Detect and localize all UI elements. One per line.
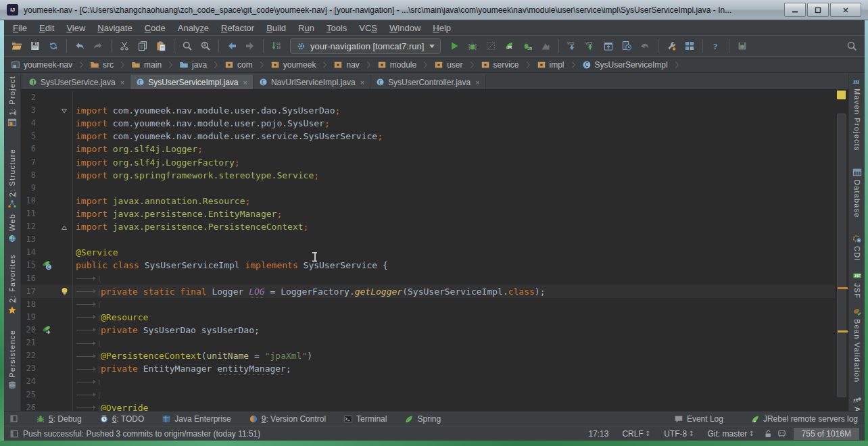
gutter-icon-area[interactable]: C (37, 259, 56, 272)
menu-tools[interactable]: Tools (320, 23, 353, 33)
cut-button[interactable] (116, 38, 133, 54)
open-folder-button[interactable] (8, 38, 26, 54)
breadcrumb-item-youmeek[interactable]: youmeek (269, 60, 318, 70)
code-line-26[interactable]: 26@Override (21, 401, 835, 411)
find-button[interactable] (178, 38, 196, 54)
menu-refactor[interactable]: Refactor (215, 23, 260, 33)
editor-scrollbar[interactable] (837, 114, 846, 397)
code-line-20[interactable]: 20private SysUserDao sysUserDao; (21, 324, 835, 337)
toolwindow-button-cdi[interactable]: CDI (849, 234, 865, 262)
code-line-21[interactable]: 21 (21, 337, 835, 349)
toolwindow-button--version-control[interactable]: 9: Version Control (249, 414, 326, 424)
toolwindow-button-jrebel-remote-servers-log[interactable]: JRebel remote servers log (750, 414, 858, 424)
menu-window[interactable]: Window (383, 23, 427, 33)
error-stripe[interactable] (835, 89, 848, 411)
toolwindow-button-jsf[interactable]: JSFJSF (849, 271, 865, 299)
readonly-lock-button[interactable] (763, 429, 773, 439)
run-configuration-select[interactable]: your-navigation [tomcat7:run] (290, 38, 441, 54)
code-line-12[interactable]: 12import javax.persistence.PersistenceCo… (21, 220, 835, 233)
breadcrumb-item-user[interactable]: user (433, 60, 464, 70)
editor-tab-sysuserservice-java[interactable]: ISysUserService.java× (23, 74, 130, 89)
menu-edit[interactable]: Edit (33, 23, 60, 33)
breadcrumb-item-src[interactable]: src (89, 60, 115, 70)
menu-file[interactable]: File (7, 23, 33, 33)
fold-marker[interactable] (56, 220, 72, 233)
toolwindow-button--todo[interactable]: 6: TODO (99, 414, 145, 424)
code-line-6[interactable]: 6import org.slf4j.Logger; (21, 143, 835, 155)
toolwindow-button--debug[interactable]: 5: Debug (36, 414, 82, 424)
toolwindow-button-event-log[interactable]: Event Log (674, 414, 723, 424)
caret-position[interactable]: 17:13 (583, 429, 613, 439)
encoding-select[interactable]: UTF-8↕ (659, 429, 698, 439)
line-numbers-button[interactable]: 0110 (268, 38, 285, 54)
code-line-4[interactable]: 4import com.youmeek.nav.module.user.pojo… (21, 117, 835, 130)
replace-button[interactable]: A (197, 38, 214, 54)
warning-stripe-mark[interactable] (838, 287, 848, 289)
toolwindow-button-terminal[interactable]: Terminal (343, 414, 387, 424)
breadcrumb-item-com[interactable]: com (223, 60, 254, 70)
menu-navigate[interactable]: Navigate (91, 23, 138, 33)
redo-button[interactable] (89, 38, 107, 54)
tab-close-icon[interactable]: × (475, 78, 479, 86)
code-line-10[interactable]: 10import javax.annotation.Resource; (21, 195, 835, 207)
tab-close-icon[interactable]: × (360, 78, 364, 86)
history-button[interactable] (618, 38, 635, 54)
revert-button[interactable] (636, 38, 654, 54)
breadcrumb-item-java[interactable]: java (178, 60, 208, 70)
code-line-11[interactable]: 11import javax.persistence.EntityManager… (21, 207, 835, 220)
jrebel-sync-button[interactable] (733, 38, 751, 54)
code-line-13[interactable]: 13 (21, 233, 835, 246)
forward-button[interactable] (241, 38, 259, 54)
toolwindow-button-database[interactable]: Database (849, 168, 865, 218)
line-separator-select[interactable]: CRLF↕ (617, 429, 655, 439)
settings-wrench-button[interactable] (662, 38, 680, 54)
toolwindow-button-bean-validation[interactable]: Bean Validation (849, 307, 865, 382)
jrebel-debug-button[interactable]: JR (519, 38, 536, 54)
code-line-7[interactable]: 7import org.slf4j.LoggerFactory; (21, 156, 835, 169)
undo-button[interactable] (71, 38, 89, 54)
menu-analyze[interactable]: Analyze (172, 23, 215, 33)
code-line-25[interactable]: 25 (21, 389, 835, 401)
code-line-8[interactable]: 8import org.springframework.stereotype.S… (21, 169, 835, 182)
vcs-commit-button[interactable]: VCS (581, 38, 599, 54)
run-button[interactable] (445, 38, 463, 54)
editor-lines[interactable]: 23import com.youmeek.nav.module.user.dao… (21, 91, 835, 411)
code-line-3[interactable]: 3import com.youmeek.nav.module.user.dao.… (21, 104, 835, 117)
code-line-15[interactable]: 15Cpublic class SysUserServiceImpl imple… (21, 259, 835, 272)
save-button[interactable] (26, 38, 44, 54)
toolwindow-button-spring[interactable]: Spring (404, 414, 441, 424)
code-line-23[interactable]: 23private EntityManager entityManager; (21, 362, 835, 375)
code-line-14[interactable]: 14@Service (21, 246, 835, 259)
menu-vcs[interactable]: VCS (353, 23, 383, 33)
inspection-status-square[interactable] (837, 91, 846, 99)
memory-indicator[interactable]: 755 of 1016M (794, 428, 859, 440)
breadcrumb-item-module[interactable]: module (376, 60, 418, 70)
toolwindow-button-java-enterprise[interactable]: Java Enterprise (162, 414, 231, 424)
close-button[interactable] (830, 3, 861, 17)
toolwindow-button-maven-projects[interactable]: mMaven Projects (849, 76, 865, 151)
code-line-18[interactable]: 18 (21, 298, 835, 311)
coverage-button[interactable] (482, 38, 500, 54)
menu-help[interactable]: Help (427, 23, 457, 33)
code-line-22[interactable]: 22@PersistenceContext(unitName = "jpaXml… (21, 349, 835, 362)
editor-tab-sysusercontroller-java[interactable]: CSysUserController.java× (370, 74, 485, 89)
paste-button[interactable] (152, 38, 170, 54)
tab-close-icon[interactable]: × (243, 78, 247, 86)
menu-build[interactable]: Build (260, 23, 292, 33)
minimize-button[interactable] (784, 3, 806, 17)
editor-tab-navurlserviceimpl-java[interactable]: CNavUrlServiceImpl.java× (254, 74, 370, 89)
code-line-5[interactable]: 5import com.youmeek.nav.module.user.serv… (21, 130, 835, 143)
toolwindow-button--favorites[interactable]: 2: Favorites (4, 254, 20, 315)
maximize-button[interactable] (807, 3, 829, 17)
toolwindow-button--structure[interactable]: 2: Structure (4, 149, 20, 209)
breadcrumb-item-service[interactable]: service (479, 60, 521, 70)
menu-code[interactable]: Code (139, 23, 172, 33)
git-branch-select[interactable]: Git: master↕ (703, 429, 759, 439)
toolwindow-button-persistence[interactable]: Persistence (4, 330, 20, 390)
debug-button[interactable] (464, 38, 481, 54)
warning-stripe-mark[interactable] (838, 330, 848, 332)
menu-view[interactable]: View (60, 23, 91, 33)
code-line-19[interactable]: 19@Resource (21, 311, 835, 324)
breadcrumb-item-sysuserserviceimpl[interactable]: CSysUserServiceImpl (581, 60, 669, 70)
help-button[interactable]: ? (707, 38, 725, 54)
